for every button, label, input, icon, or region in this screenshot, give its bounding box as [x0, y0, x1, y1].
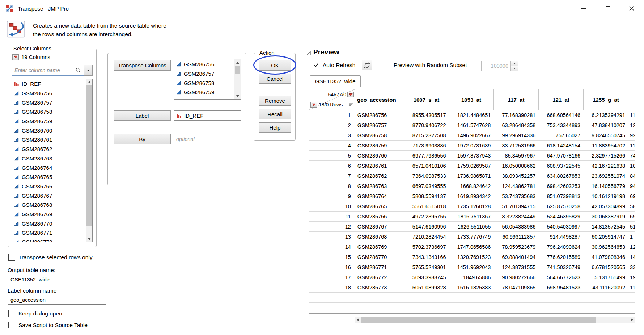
- column-item-GSM286762[interactable]: GSM286762: [12, 145, 86, 154]
- table-cell[interactable]: 85.34597967: [493, 151, 538, 160]
- columns-list-scrollbar[interactable]: [86, 79, 92, 242]
- table-cell[interactable]: 5051.0899328: [404, 282, 449, 292]
- table-cell[interactable]: 33: [628, 262, 635, 272]
- table-cell[interactable]: 1821.4484651: [449, 110, 494, 120]
- table-cell[interactable]: 14: [628, 252, 635, 262]
- transpose-list-scrollbar[interactable]: [234, 59, 241, 99]
- minimize-button[interactable]: [572, 0, 596, 16]
- column-item-GSM286764[interactable]: GSM286764: [12, 163, 86, 172]
- table-cell[interactable]: 12: [628, 242, 635, 252]
- table-cell[interactable]: 43.111620092: [583, 282, 628, 292]
- table-cell[interactable]: 1616.1825383: [449, 282, 494, 292]
- row-number[interactable]: 10: [309, 201, 355, 211]
- output-table-name-input[interactable]: [8, 275, 106, 284]
- close-button[interactable]: [620, 0, 644, 16]
- table-cell[interactable]: 6571.0410106: [404, 161, 449, 171]
- column-item-GSM286759[interactable]: GSM286759: [174, 88, 234, 97]
- column-item-GSM286768[interactable]: GSM286768: [12, 200, 86, 210]
- column-header-117_at[interactable]: 117_at: [494, 89, 539, 110]
- label-field[interactable]: ID_REF: [174, 110, 241, 121]
- scroll-thumb[interactable]: [86, 85, 92, 226]
- table-cell[interactable]: 1668.824642: [449, 181, 494, 191]
- scroll-up-button[interactable]: [86, 79, 92, 85]
- table-cell[interactable]: 11: [628, 110, 635, 120]
- table-cell[interactable]: GSM286771: [355, 262, 404, 272]
- table-cell[interactable]: 74: [628, 151, 635, 160]
- table-cell[interactable]: 757.65027: [538, 130, 583, 140]
- help-button[interactable]: Help: [259, 122, 291, 133]
- table-cell[interactable]: 90.980272666: [493, 272, 538, 282]
- table-cell[interactable]: GSM286765: [355, 201, 404, 211]
- table-cell[interactable]: 796.24090624: [538, 242, 583, 252]
- row-number[interactable]: 16: [309, 262, 355, 272]
- table-cell[interactable]: 698.42603253: [538, 181, 583, 191]
- table-cell[interactable]: 77.168390281: [493, 110, 538, 120]
- table-cell[interactable]: 647.97078166: [538, 151, 583, 160]
- row-number[interactable]: 4: [309, 141, 355, 150]
- table-cell[interactable]: 6697.0349555: [404, 181, 449, 191]
- table-cell[interactable]: 12: [628, 120, 635, 130]
- column-item-GSM286758[interactable]: GSM286758: [12, 107, 86, 117]
- table-cell[interactable]: 6977.7986556: [404, 151, 449, 160]
- label-button[interactable]: Label: [114, 110, 171, 121]
- column-header-1255_g_at[interactable]: 1255_g_at: [584, 89, 628, 110]
- table-cell[interactable]: 42.167221638: [583, 161, 628, 171]
- table-cell[interactable]: 618.14248154: [538, 141, 583, 150]
- table-cell[interactable]: 47.838410207: [583, 120, 628, 130]
- table-cell[interactable]: GSM286770: [355, 252, 404, 262]
- table-cell[interactable]: GSM286758: [355, 130, 404, 140]
- column-item-GSM286767[interactable]: GSM286767: [12, 191, 86, 200]
- rows-menu-button[interactable]: [310, 102, 317, 108]
- table-cell[interactable]: 1: [628, 232, 635, 242]
- table-cell[interactable]: GSM286762: [355, 171, 404, 181]
- table-cell[interactable]: 6.2135394291: [583, 110, 628, 120]
- table-cell[interactable]: 1626.5511055: [449, 222, 494, 231]
- table-cell[interactable]: 1451.9692043: [449, 262, 494, 272]
- table-cell[interactable]: GSM286759: [355, 141, 404, 150]
- table-cell[interactable]: 16.050008662: [493, 161, 538, 171]
- table-cell[interactable]: GSM286760: [355, 151, 404, 160]
- table-cell[interactable]: 1597.8737943: [449, 151, 494, 160]
- table-cell[interactable]: 540.54030997: [538, 222, 583, 231]
- column-item-GSM286760[interactable]: GSM286760: [12, 126, 86, 135]
- table-cell[interactable]: 41.079808346: [583, 252, 628, 262]
- table-cell[interactable]: 78.959523679: [493, 242, 538, 252]
- table-cell[interactable]: 7364.0987533: [404, 171, 449, 181]
- table-cell[interactable]: 124.38731555: [493, 262, 538, 272]
- table-cell[interactable]: 53.743735683: [493, 191, 538, 201]
- table-cell[interactable]: 753.43344893: [538, 120, 583, 130]
- table-cell[interactable]: 23.692551074: [583, 171, 628, 181]
- column-item-GSM286766[interactable]: GSM286766: [12, 182, 86, 191]
- table-cell[interactable]: 1735.1260128: [449, 201, 494, 211]
- table-cell[interactable]: 634.80267853: [538, 171, 583, 181]
- column-item-GSM286763[interactable]: GSM286763: [12, 154, 86, 163]
- row-number[interactable]: 1: [309, 110, 355, 120]
- table-cell[interactable]: 851.07398813: [538, 191, 583, 201]
- table-cell[interactable]: 5.131761499: [583, 272, 628, 282]
- table-cell[interactable]: 741.50326749: [538, 262, 583, 272]
- table-cell[interactable]: GSM286773: [355, 282, 404, 292]
- table-cell[interactable]: 625.87570258: [538, 201, 583, 211]
- row-number[interactable]: 6: [309, 161, 355, 171]
- table-cell[interactable]: 8.3223824449: [493, 212, 538, 221]
- table-cell[interactable]: 1496.9022667: [449, 130, 494, 140]
- table-cell[interactable]: 56.054383986: [493, 222, 538, 231]
- columns-list-menu-button[interactable]: [12, 54, 19, 60]
- table-cell[interactable]: 60.993112857: [493, 232, 538, 242]
- remove-button[interactable]: Remove: [259, 96, 291, 106]
- scroll-left-button[interactable]: [355, 317, 361, 323]
- table-cell[interactable]: 1619.8934342: [449, 191, 494, 201]
- table-cell[interactable]: 124.43862781: [493, 181, 538, 191]
- table-cell[interactable]: 10.161219198: [583, 191, 628, 201]
- maximize-button[interactable]: [596, 0, 620, 16]
- table-cell[interactable]: 5808.5594137: [404, 191, 449, 201]
- table-cell[interactable]: 4972.2395756: [404, 212, 449, 221]
- row-number[interactable]: 18: [309, 282, 355, 292]
- keep-dialog-open-checkbox[interactable]: [8, 310, 15, 317]
- table-cell[interactable]: 11.883954702: [583, 141, 628, 150]
- table-cell[interactable]: 7173.9903886: [404, 141, 449, 150]
- table-cell[interactable]: 11: [628, 141, 635, 150]
- table-cell[interactable]: 30.068387919: [583, 212, 628, 221]
- table-cell[interactable]: 63.286484358: [493, 120, 538, 130]
- table-cell[interactable]: 92: [628, 130, 635, 140]
